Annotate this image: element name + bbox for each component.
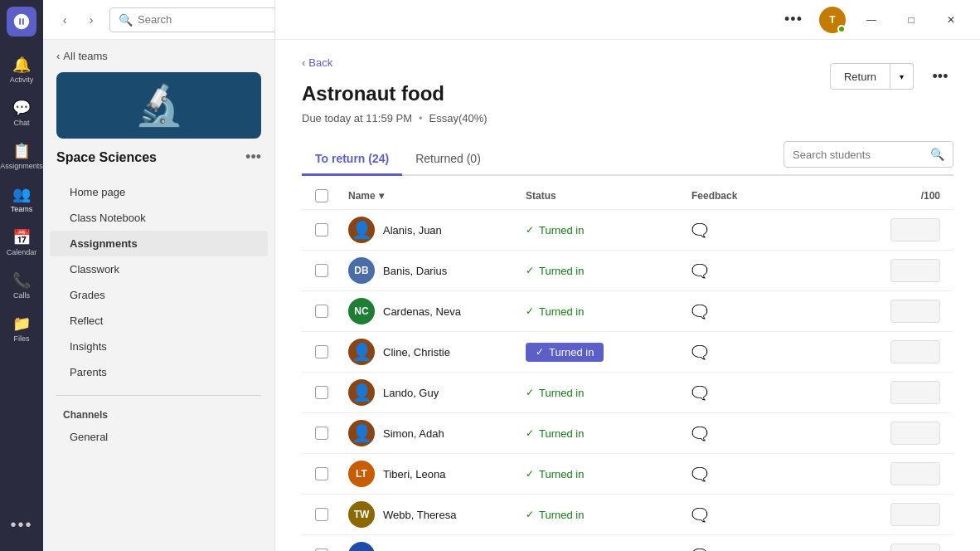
status-cell-2: ✓ Turned in	[526, 305, 691, 318]
assignment-meta: Due today at 11:59 PM • Essay(40%)	[302, 112, 488, 124]
search-students-wrapper: 🔍	[784, 141, 953, 168]
return-btn[interactable]: Return	[830, 63, 890, 90]
col-status-header: Status	[526, 190, 691, 202]
student-row: DB Banis, Darius ✓ Turned in 🗨️	[302, 251, 953, 291]
col-name-header[interactable]: Name ▾	[348, 190, 526, 202]
nav-calls[interactable]: 📞 Calls	[2, 266, 41, 305]
assignment-more-btn[interactable]: •••	[927, 63, 953, 90]
nav-grades[interactable]: Grades	[50, 282, 268, 308]
select-all-checkbox[interactable]	[315, 189, 328, 202]
nav-general-channel[interactable]: General	[50, 424, 268, 450]
score-cell-5	[857, 422, 940, 445]
back-arrow-btn[interactable]: ‹	[53, 8, 76, 32]
nav-parents[interactable]: Parents	[50, 359, 268, 385]
student-info-7: TW Webb, Theresa	[348, 501, 526, 528]
search-students-input[interactable]	[793, 149, 925, 161]
col-feedback-label: Feedback	[691, 190, 737, 202]
forward-arrow-btn[interactable]: ›	[80, 8, 103, 32]
status-badge-0: ✓ Turned in	[526, 224, 584, 236]
files-icon: 📁	[12, 315, 31, 333]
score-input-1[interactable]	[890, 259, 940, 282]
col-feedback-header: Feedback	[691, 190, 857, 202]
global-search-bar[interactable]: 🔍	[109, 7, 275, 32]
more-icon: •••	[10, 515, 32, 534]
student-name-1: Banis, Darius	[383, 265, 447, 277]
back-chevron-icon: ‹	[302, 56, 305, 69]
nav-teams[interactable]: 👥 Teams	[2, 179, 41, 219]
return-dropdown-btn[interactable]: ▾	[890, 63, 914, 90]
feedback-icon-0[interactable]: 🗨️	[691, 223, 708, 237]
student-name-3: Cline, Christie	[383, 346, 450, 358]
nav-classwork[interactable]: Classwork	[50, 256, 268, 282]
global-search-input[interactable]	[138, 13, 275, 26]
nav-activity[interactable]: 🔔 Activity	[2, 50, 41, 90]
score-input-8[interactable]	[890, 544, 940, 551]
minimize-btn[interactable]: —	[852, 7, 890, 33]
score-input-7[interactable]	[890, 503, 940, 526]
nav-home-page[interactable]: Home page	[50, 179, 268, 205]
row-checkbox-0[interactable]	[315, 223, 348, 236]
student-info-6: LT Tiberi, Leona	[348, 461, 526, 487]
row-checkbox-1[interactable]	[315, 264, 348, 277]
score-input-4[interactable]	[890, 381, 940, 404]
nav-insights[interactable]: Insights	[50, 334, 268, 359]
student-row: TW Webb, Theresa ✓ Turned in 🗨️	[302, 495, 953, 535]
row-checkbox-4[interactable]	[315, 386, 348, 399]
feedback-icon-5[interactable]: 🗨️	[691, 427, 708, 441]
score-input-3[interactable]	[890, 340, 940, 363]
tab-returned[interactable]: Returned (0)	[402, 144, 494, 176]
nav-parents-label: Parents	[70, 366, 107, 378]
team-name: Space Sciences	[56, 150, 157, 165]
close-btn[interactable]: ✕	[932, 7, 970, 33]
feedback-icon-8[interactable]: 🗨️	[691, 549, 708, 552]
team-more-btn[interactable]: •••	[245, 149, 261, 166]
row-checkbox-3[interactable]	[315, 345, 348, 358]
nav-calendar[interactable]: 📅 Calendar	[2, 222, 41, 262]
maximize-btn[interactable]: □	[892, 7, 930, 33]
feedback-icon-3[interactable]: 🗨️	[691, 345, 708, 359]
feedback-icon-1[interactable]: 🗨️	[691, 264, 708, 278]
more-options-btn[interactable]: •••	[774, 7, 813, 33]
score-cell-3	[857, 340, 940, 363]
col-score-header: /100	[857, 190, 940, 202]
col-checkbox	[315, 189, 348, 202]
nav-assignments[interactable]: Assignments	[50, 231, 268, 256]
score-input-5[interactable]	[890, 422, 940, 445]
student-name-2: Cardenas, Neva	[383, 305, 461, 318]
back-link[interactable]: ‹ Back	[302, 56, 488, 69]
nav-assignments[interactable]: 📋 Assignments	[2, 136, 41, 176]
meta-separator: •	[419, 112, 423, 124]
activity-icon: 🔔	[12, 56, 31, 74]
status-cell-3: ✓ Turned in	[526, 343, 691, 362]
feedback-icon-4[interactable]: 🗨️	[691, 386, 708, 400]
feedback-cell-8: 🗨️	[691, 548, 857, 552]
nav-reflect[interactable]: Reflect	[50, 308, 268, 334]
row-checkbox-5[interactable]	[315, 427, 348, 440]
status-cell-6: ✓ Turned in	[526, 468, 691, 480]
row-checkbox-2[interactable]	[315, 305, 348, 318]
assignments-icon: 📋	[12, 142, 31, 160]
score-cell-4	[857, 381, 940, 404]
score-input-2[interactable]	[890, 300, 940, 323]
feedback-icon-6[interactable]: 🗨️	[691, 467, 708, 481]
all-teams-back-btn[interactable]: ‹ All teams	[56, 50, 108, 62]
score-input-0[interactable]	[890, 218, 940, 241]
all-teams-label: All teams	[63, 50, 107, 62]
tab-to-return[interactable]: To return (24)	[302, 144, 402, 176]
feedback-icon-7[interactable]: 🗨️	[691, 508, 708, 522]
score-input-6[interactable]	[890, 462, 940, 485]
nav-files[interactable]: 📁 Files	[2, 309, 41, 349]
divider	[56, 395, 261, 396]
search-students-bar[interactable]: 🔍	[784, 141, 953, 168]
student-avatar-1: DB	[348, 257, 375, 284]
assignment-due: Due today at 11:59 PM	[302, 112, 412, 124]
nav-chat[interactable]: 💬 Chat	[2, 93, 41, 133]
row-checkbox-6[interactable]	[315, 467, 348, 480]
nav-class-notebook[interactable]: Class Notebook	[50, 205, 268, 231]
row-checkbox-7[interactable]	[315, 508, 348, 521]
feedback-icon-2[interactable]: 🗨️	[691, 305, 708, 319]
nav-more[interactable]: •••	[2, 505, 41, 544]
nav-class-notebook-label: Class Notebook	[70, 212, 146, 224]
student-info-4: 👤 Lando, Guy	[348, 379, 526, 406]
assignment-title: Astronaut food	[302, 82, 488, 105]
